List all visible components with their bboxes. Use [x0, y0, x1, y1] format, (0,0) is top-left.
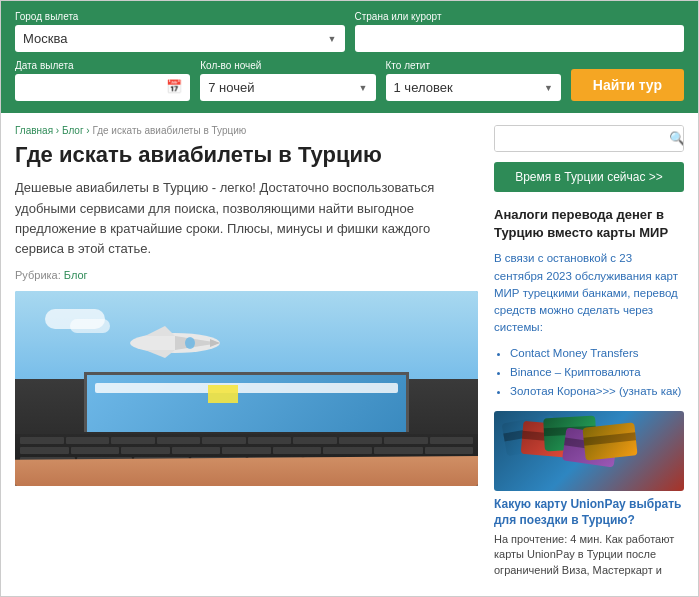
app-container: Город вылета Москва Страна или курорт Ту…: [0, 0, 699, 597]
search-row-bottom: Дата вылета 27 мар 2023 📅 Кол-во ночей 7…: [15, 60, 684, 101]
search-row-top: Город вылета Москва Страна или курорт Ту…: [15, 11, 684, 52]
breadcrumb-home[interactable]: Главная: [15, 125, 53, 136]
sidebar-search-button[interactable]: 🔍: [661, 126, 684, 151]
departure-select-wrapper: Москва: [15, 25, 345, 52]
card-stripe: [583, 432, 636, 445]
list-item: Binance – Криптовалюта: [510, 364, 684, 380]
key: [323, 447, 372, 454]
list-item: Золотая Корона>>> (узнать как): [510, 383, 684, 399]
key: [248, 437, 292, 444]
laptop-body: [15, 379, 478, 486]
key: [293, 437, 337, 444]
key: [384, 437, 428, 444]
key: [430, 437, 474, 444]
destination-input[interactable]: Турция: [355, 25, 685, 52]
list-item: Contact Money Transfers: [510, 345, 684, 361]
credit-card-5: [582, 422, 637, 460]
golden-crown-link[interactable]: Золотая Корона>>> (узнать как): [510, 385, 681, 397]
key: [339, 437, 383, 444]
find-tour-button[interactable]: Найти тур: [571, 69, 684, 101]
rubric-link[interactable]: Блог: [64, 269, 88, 281]
union-pay-image: [494, 411, 684, 491]
sidebar-transfers-list: Contact Money Transfers Binance – Крипто…: [494, 345, 684, 399]
departure-label: Город вылета: [15, 11, 345, 22]
date-label: Дата вылета: [15, 60, 190, 71]
key: [222, 447, 271, 454]
key: [425, 447, 474, 454]
key-row-1: [20, 437, 473, 444]
rubric-label: Рубрика:: [15, 269, 64, 281]
right-column: 🔍 Время в Турции сейчас >> Аналоги перев…: [494, 125, 684, 578]
key: [71, 447, 120, 454]
calendar-icon: 📅: [166, 79, 182, 94]
time-in-turkey-button[interactable]: Время в Турции сейчас >>: [494, 162, 684, 192]
nights-field: Кол-во ночей 7 ночей: [200, 60, 375, 101]
key: [157, 437, 201, 444]
departure-field: Город вылета Москва: [15, 11, 345, 52]
departure-select[interactable]: Москва: [15, 25, 345, 52]
contact-money-link[interactable]: Contact Money Transfers: [510, 347, 638, 359]
destination-field: Страна или курорт Турция: [355, 11, 685, 52]
laptop-screen: [84, 372, 408, 432]
svg-marker-2: [145, 326, 175, 336]
date-field: Дата вылета 27 мар 2023 📅: [15, 60, 190, 101]
nights-label: Кол-во ночей: [200, 60, 375, 71]
passengers-select-wrapper: 1 человек: [386, 74, 561, 101]
left-column: Главная › Блог › Где искать авиабилеты в…: [15, 125, 494, 578]
passengers-label: Кто летит: [386, 60, 561, 71]
key: [20, 447, 69, 454]
nights-select[interactable]: 7 ночей: [200, 74, 375, 101]
binance-link[interactable]: Binance – Криптовалюта: [510, 366, 641, 378]
sticky-note: [208, 385, 238, 403]
sidebar-notice-text: В связи с остановкой с 23 сентября 2023 …: [494, 250, 684, 336]
key: [121, 447, 170, 454]
breadcrumb-blog[interactable]: Блог: [62, 125, 84, 136]
analogues-section-title: Аналоги перевода денег в Турцию вместо к…: [494, 206, 684, 242]
key: [273, 447, 322, 454]
cloud-2: [70, 319, 110, 333]
passengers-field: Кто летит 1 человек: [386, 60, 561, 101]
article-description: Дешевые авиабилеты в Турцию - легко! Дос…: [15, 178, 478, 259]
key: [202, 437, 246, 444]
key: [66, 437, 110, 444]
nights-select-wrapper: 7 ночей: [200, 74, 375, 101]
key: [374, 447, 423, 454]
destination-label: Страна или курорт: [355, 11, 685, 22]
breadcrumb-current: Где искать авиабилеты в Турцию: [92, 125, 246, 136]
airplane-icon: [115, 321, 235, 361]
main-content: Главная › Блог › Где искать авиабилеты в…: [1, 113, 698, 592]
union-pay-card-text: На прочтение: 4 мин. Как работают карты …: [494, 532, 684, 578]
date-input[interactable]: 27 мар 2023: [15, 74, 190, 101]
key: [172, 447, 221, 454]
passengers-select[interactable]: 1 человек: [386, 74, 561, 101]
breadcrumb: Главная › Блог › Где искать авиабилеты в…: [15, 125, 478, 136]
sidebar-search-box: 🔍: [494, 125, 684, 152]
search-icon: 🔍: [669, 131, 684, 146]
article-image: [15, 291, 478, 486]
svg-marker-3: [145, 350, 175, 358]
svg-point-5: [185, 337, 195, 349]
sidebar-search-input[interactable]: [495, 126, 661, 151]
key: [20, 437, 64, 444]
union-pay-card-title[interactable]: Какую карту UnionPay выбрать для поездки…: [494, 497, 684, 528]
article-rubric: Рубрика: Блог: [15, 269, 478, 281]
key: [111, 437, 155, 444]
laptop-screen-searchbar: [95, 383, 397, 393]
key-row-2: [20, 447, 473, 454]
page-title: Где искать авиабилеты в Турцию: [15, 142, 478, 168]
search-bar: Город вылета Москва Страна или курорт Ту…: [1, 1, 698, 113]
laptop-scene: [15, 291, 478, 486]
